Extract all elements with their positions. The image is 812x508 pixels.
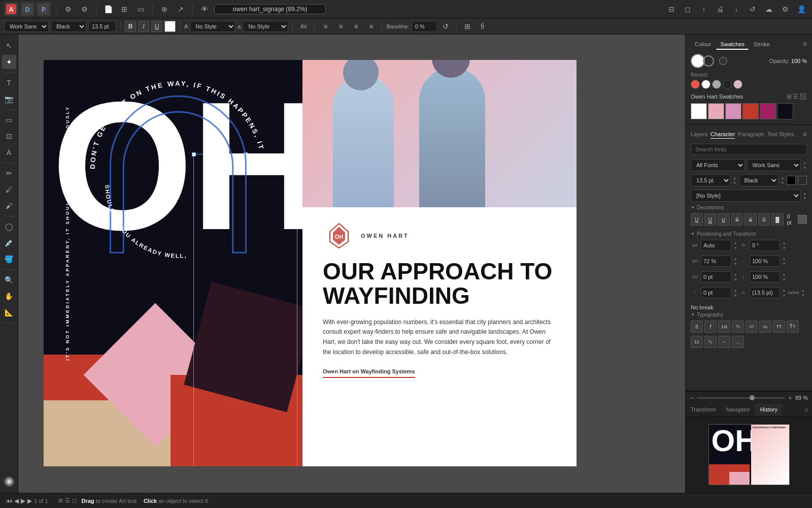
- fractions-btn[interactable]: ½: [732, 321, 744, 333]
- underline-style-btn[interactable]: U: [691, 213, 703, 226]
- swatch-dark-pink[interactable]: [760, 103, 776, 119]
- first-page-btn[interactable]: ⏮: [6, 497, 12, 504]
- angle-up[interactable]: ▲: [782, 241, 786, 245]
- font-search-input[interactable]: [691, 144, 807, 155]
- font-size-small-input[interactable]: [750, 287, 780, 298]
- prev-page-btn[interactable]: ◀: [14, 497, 19, 504]
- char-font-family-select[interactable]: Work Sans: [747, 159, 801, 171]
- titling-btn[interactable]: TT: [773, 321, 785, 333]
- next-page-btn[interactable]: ▶: [27, 497, 32, 504]
- discretionary-btn[interactable]: f: [704, 321, 717, 333]
- ligature-icon[interactable]: fi: [476, 20, 489, 33]
- reset-baseline-icon[interactable]: ↺: [439, 20, 452, 33]
- size-s-down[interactable]: ▼: [782, 293, 786, 298]
- char-style-select[interactable]: [No Style]: [691, 189, 801, 202]
- export-icon[interactable]: ↓: [730, 3, 743, 16]
- eyedropper-tool[interactable]: 💉: [2, 236, 16, 250]
- va-auto-input[interactable]: [701, 240, 731, 251]
- grid-view-icon[interactable]: ⊞: [787, 93, 792, 100]
- lang-down[interactable]: ▼: [801, 293, 805, 298]
- font-up-arrow[interactable]: ▲: [803, 161, 807, 165]
- pen-tool[interactable]: 🖊: [2, 182, 16, 197]
- swatch-dark-navy[interactable]: [777, 103, 793, 119]
- italic-button[interactable]: I: [138, 21, 149, 32]
- place-tool[interactable]: 📷: [2, 92, 16, 106]
- pointer-tool[interactable]: ↖: [2, 39, 16, 53]
- strikethrough-btn[interactable]: S: [731, 213, 743, 226]
- va-auto-down[interactable]: ▼: [733, 246, 737, 250]
- size-up-arrow[interactable]: ▲: [733, 176, 737, 180]
- height-pct-input[interactable]: [750, 271, 780, 282]
- highlight-btn[interactable]: █: [771, 213, 784, 226]
- font-family-select[interactable]: Work Sans: [4, 21, 49, 32]
- baseline-shift-input[interactable]: [701, 287, 731, 298]
- font-down-arrow[interactable]: ▼: [803, 166, 807, 170]
- settings-icon-1[interactable]: ⚙: [61, 3, 75, 16]
- affinity-photo-icon[interactable]: P: [37, 2, 51, 16]
- transform-tab[interactable]: Transform: [686, 404, 721, 416]
- paragraph-tab[interactable]: Paragraph: [738, 130, 764, 139]
- share-icon[interactable]: ↑: [697, 3, 710, 16]
- leading-pct-input[interactable]: [701, 256, 731, 267]
- leading-down[interactable]: ▼: [733, 262, 737, 266]
- pencil-tool[interactable]: ✏: [2, 166, 16, 180]
- swash-btn[interactable]: ~: [718, 336, 730, 348]
- zoom-tool[interactable]: 🔍: [2, 273, 16, 287]
- align-left-icon[interactable]: ≡: [319, 20, 332, 33]
- baseline-input[interactable]: [412, 21, 437, 32]
- layout-icon[interactable]: ▭: [134, 3, 147, 16]
- footer-link-text[interactable]: Owen Hart on Wayfinding Systems: [323, 368, 415, 374]
- page-preview-icon[interactable]: ◻: [72, 497, 77, 504]
- size-s-up[interactable]: ▲: [782, 288, 786, 293]
- text-color-swatch[interactable]: [164, 21, 176, 32]
- kern-up[interactable]: ▲: [733, 272, 737, 277]
- text-options-icon[interactable]: ⊞: [461, 20, 474, 33]
- width-up[interactable]: ▲: [782, 257, 786, 261]
- angle-down[interactable]: ▼: [782, 246, 786, 250]
- style-up-arrow[interactable]: ▲: [803, 191, 807, 196]
- strikethrough-double-btn[interactable]: S̶: [745, 213, 757, 226]
- kerning-icon[interactable]: AV: [297, 20, 310, 33]
- colour-tab[interactable]: Colour: [691, 40, 715, 50]
- paragraph-style-select[interactable]: No Style: [190, 21, 235, 32]
- width-pct-input[interactable]: [750, 256, 780, 267]
- affinity-publisher-icon[interactable]: A: [4, 2, 18, 16]
- angle-input[interactable]: [750, 240, 780, 251]
- profile-icon[interactable]: 👤: [795, 3, 808, 16]
- recent-swatch-4[interactable]: [733, 80, 742, 89]
- strikethrough-dotted-btn[interactable]: S: [758, 213, 770, 226]
- font-color-select[interactable]: Black: [739, 174, 779, 186]
- more-btn[interactable]: ...: [732, 336, 744, 348]
- font-size-select[interactable]: 13.5 pt: [691, 174, 731, 186]
- panel-menu-icon[interactable]: ≡: [803, 40, 807, 50]
- stroke-tab[interactable]: Stroke: [750, 40, 774, 50]
- affinity-designer-icon[interactable]: D: [20, 2, 35, 16]
- preview-icon[interactable]: 👁: [198, 3, 211, 16]
- pan-tool[interactable]: ✋: [2, 289, 16, 303]
- va-auto-up[interactable]: ▲: [733, 241, 737, 245]
- swatch-pink-light[interactable]: [708, 103, 724, 119]
- node-tool[interactable]: ✦: [2, 55, 16, 69]
- font-size-input[interactable]: [88, 21, 116, 32]
- bshift-down[interactable]: ▼: [733, 293, 737, 298]
- zoom-handle[interactable]: [750, 395, 755, 400]
- settings-main-icon[interactable]: ⚙: [779, 3, 792, 16]
- frame-text-tool[interactable]: ⊡: [2, 129, 16, 143]
- size-down-arrow[interactable]: ▼: [733, 181, 737, 185]
- caps-btn[interactable]: T̈T: [787, 321, 799, 333]
- kern-input[interactable]: [701, 271, 731, 282]
- bold-button[interactable]: B: [125, 21, 136, 32]
- rectangle-tool[interactable]: ▭: [2, 113, 16, 127]
- height-down[interactable]: ▼: [782, 277, 786, 282]
- art-text-tool[interactable]: A: [2, 145, 16, 160]
- grid-icon[interactable]: ⊞: [118, 3, 131, 16]
- swatches-tab[interactable]: Swatches: [716, 40, 749, 50]
- stroke-circle[interactable]: [703, 55, 714, 67]
- color-picker-tool[interactable]: [2, 474, 16, 489]
- settings-icon-2[interactable]: ⚙: [78, 3, 91, 16]
- number-pos-btn[interactable]: ⁹₉: [704, 336, 717, 348]
- ordinals-btn[interactable]: 1st: [718, 321, 730, 333]
- recent-swatch-0[interactable]: [691, 80, 700, 89]
- zoom-minus-btn[interactable]: −: [690, 394, 694, 402]
- underline-button[interactable]: U: [151, 21, 162, 32]
